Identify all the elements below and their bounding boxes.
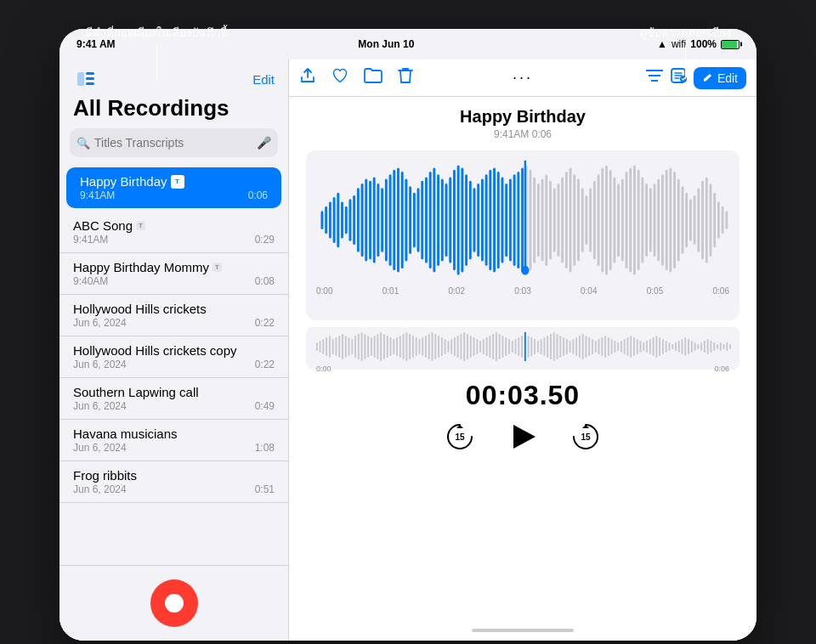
svg-rect-116 xyxy=(541,179,544,262)
sidebar-toggle-button[interactable] xyxy=(73,66,99,92)
svg-rect-182 xyxy=(358,334,360,359)
skip-back-button[interactable]: 15 xyxy=(441,418,479,455)
svg-rect-252 xyxy=(586,336,587,358)
svg-rect-143 xyxy=(649,188,652,251)
mini-waveform[interactable]: 0:00 0:06 xyxy=(306,327,740,370)
svg-rect-213 xyxy=(457,336,459,358)
timeline-mark-2: 0:02 xyxy=(449,286,465,296)
svg-rect-186 xyxy=(371,337,372,356)
recording-item-0[interactable]: Happy Birthday T 9:41AM 0:06 xyxy=(66,167,281,208)
svg-rect-231 xyxy=(515,339,517,354)
svg-rect-63 xyxy=(337,193,339,248)
main-waveform[interactable]: 0:00 0:01 0:02 0:03 0:04 0:05 0:06 xyxy=(306,150,740,320)
transcript-icon[interactable] xyxy=(670,67,687,88)
search-input[interactable] xyxy=(94,136,252,150)
home-bar xyxy=(472,629,574,632)
recording-item-3[interactable]: Hollywood Hills crickets Jun 6, 2024 0:2… xyxy=(60,295,288,336)
svg-rect-102 xyxy=(493,168,496,273)
svg-rect-234 xyxy=(528,336,530,358)
mini-waveform-timeline: 0:00 0:06 xyxy=(314,364,731,373)
svg-rect-94 xyxy=(461,168,463,273)
svg-rect-81 xyxy=(409,186,411,254)
svg-rect-174 xyxy=(332,339,334,354)
svg-rect-268 xyxy=(637,339,638,354)
svg-rect-219 xyxy=(476,339,478,354)
wifi-icon: wifi xyxy=(672,38,686,50)
svg-rect-118 xyxy=(549,181,552,260)
svg-rect-173 xyxy=(329,336,331,358)
svg-rect-237 xyxy=(537,341,539,353)
recording-item-1[interactable]: ABC Song T 9:41AM 0:29 xyxy=(60,212,288,253)
svg-rect-65 xyxy=(345,206,348,234)
svg-rect-273 xyxy=(653,337,654,356)
record-button[interactable] xyxy=(150,579,198,627)
svg-rect-163 xyxy=(517,172,519,268)
recording-item-4[interactable]: Hollywood Hills crickets copy Jun 6, 202… xyxy=(60,336,288,378)
svg-rect-206 xyxy=(434,334,436,359)
svg-rect-71 xyxy=(369,181,371,260)
recording-duration-4: 0:22 xyxy=(255,359,275,370)
svg-rect-218 xyxy=(473,337,475,356)
svg-rect-96 xyxy=(469,181,472,260)
recording-time-1: 9:41AM xyxy=(73,234,108,246)
svg-rect-122 xyxy=(565,172,568,268)
svg-rect-291 xyxy=(711,341,712,353)
recording-duration-0: 0:06 xyxy=(248,189,268,201)
svg-rect-172 xyxy=(326,337,327,356)
svg-rect-240 xyxy=(547,336,548,358)
svg-rect-281 xyxy=(678,341,680,353)
svg-rect-78 xyxy=(397,168,400,273)
play-button[interactable] xyxy=(504,418,541,455)
svg-rect-103 xyxy=(497,172,500,268)
recording-item-2[interactable]: Happy Birthday Mommy T 9:40AM 0:08 xyxy=(60,253,288,295)
svg-rect-283 xyxy=(684,337,686,356)
filter-icon[interactable] xyxy=(646,69,663,87)
recording-item-6[interactable]: Havana musicians Jun 6, 2024 1:08 xyxy=(60,420,288,461)
svg-rect-177 xyxy=(342,334,343,359)
svg-rect-62 xyxy=(333,197,336,243)
svg-rect-66 xyxy=(349,199,352,241)
svg-rect-104 xyxy=(502,177,504,263)
svg-rect-257 xyxy=(601,337,603,356)
svg-rect-2 xyxy=(86,77,94,80)
svg-rect-265 xyxy=(627,337,629,356)
search-bar[interactable]: 🔍 🎤 xyxy=(70,128,278,157)
svg-rect-105 xyxy=(505,184,507,257)
recording-name-3: Hollywood Hills crickets xyxy=(73,302,207,316)
mic-icon[interactable]: 🎤 xyxy=(257,136,271,150)
search-icon: 🔍 xyxy=(76,137,90,150)
skip-forward-button[interactable]: 15 xyxy=(567,418,604,455)
svg-rect-117 xyxy=(545,174,547,266)
mini-timeline-mark-end: 0:06 xyxy=(714,364,729,373)
svg-rect-211 xyxy=(450,339,452,354)
svg-rect-61 xyxy=(329,201,332,238)
svg-rect-294 xyxy=(720,342,722,351)
recording-item-5[interactable]: Southern Lapwing call Jun 6, 2024 0:49 xyxy=(60,378,288,420)
svg-rect-193 xyxy=(393,339,394,354)
recording-name-4: Hollywood Hills crickets copy xyxy=(73,343,237,358)
share-icon[interactable] xyxy=(299,67,316,88)
svg-rect-157 xyxy=(706,177,708,263)
favorite-icon[interactable] xyxy=(332,67,348,88)
svg-rect-135 xyxy=(617,184,620,257)
svg-rect-159 xyxy=(713,193,716,248)
svg-rect-139 xyxy=(633,165,636,274)
folder-icon[interactable] xyxy=(364,68,382,88)
sidebar-edit-button[interactable]: Edit xyxy=(252,72,275,87)
svg-rect-210 xyxy=(447,341,449,353)
svg-rect-235 xyxy=(530,337,532,356)
svg-rect-282 xyxy=(682,339,683,354)
svg-rect-292 xyxy=(713,342,715,351)
svg-rect-93 xyxy=(457,165,460,274)
delete-icon[interactable] xyxy=(398,67,413,88)
svg-rect-263 xyxy=(620,341,622,353)
edit-waveform-button[interactable]: Edit xyxy=(694,67,746,89)
svg-rect-232 xyxy=(518,337,519,356)
svg-rect-98 xyxy=(477,184,479,257)
svg-rect-113 xyxy=(530,170,532,270)
more-options-icon[interactable]: ··· xyxy=(513,69,533,87)
playback-timestamp: 00:03.50 xyxy=(466,380,580,411)
recording-item-7[interactable]: Frog ribbits Jun 6, 2024 0:51 xyxy=(60,461,288,503)
svg-point-167 xyxy=(521,266,529,275)
svg-rect-87 xyxy=(433,168,435,273)
